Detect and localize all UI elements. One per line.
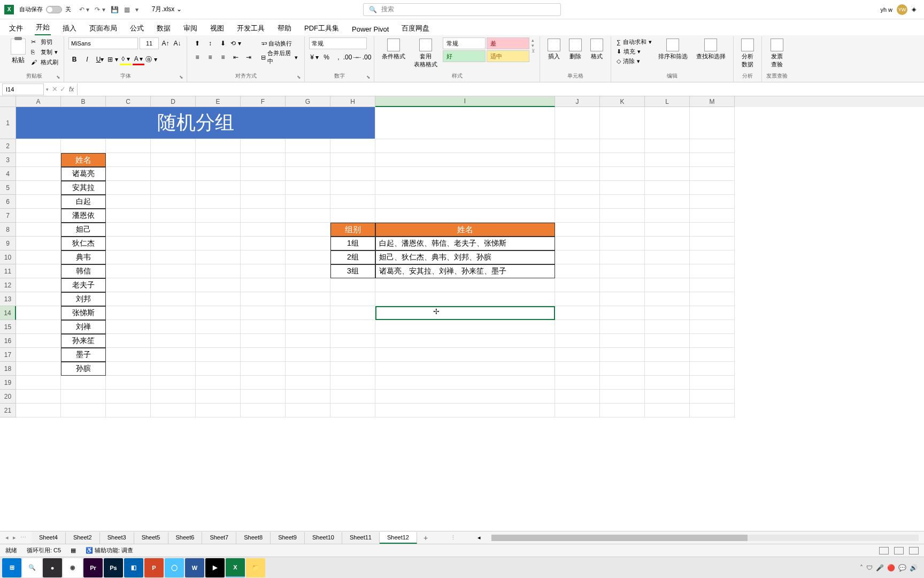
cell-A19[interactable]: [16, 376, 61, 390]
cell-C15[interactable]: [106, 320, 151, 334]
cell-M17[interactable]: [690, 348, 735, 362]
sheet-nav-first[interactable]: ◂: [5, 534, 9, 541]
find-select-button[interactable]: 查找和选择: [693, 37, 729, 62]
cell-H13[interactable]: [330, 292, 375, 306]
cell-F19[interactable]: [241, 376, 286, 390]
autosum-button[interactable]: ∑ 自动求和 ▾: [615, 37, 653, 47]
font-name-select[interactable]: [68, 37, 138, 49]
redo-button[interactable]: ↷ ▾: [95, 6, 105, 13]
cut-button[interactable]: ✂剪切: [30, 37, 59, 47]
cell-F2[interactable]: [241, 139, 286, 153]
taskbar-obs[interactable]: ●: [43, 558, 62, 577]
taskbar-powerpoint[interactable]: P: [144, 558, 164, 577]
taskbar-start[interactable]: ⊞: [2, 558, 21, 577]
cell-F14[interactable]: [241, 306, 286, 320]
cell-E7[interactable]: [196, 209, 241, 223]
cell-E5[interactable]: [196, 181, 241, 195]
cell-A20[interactable]: [16, 390, 61, 404]
cell-D21[interactable]: [151, 404, 196, 417]
style-neutral[interactable]: 适中: [487, 50, 529, 62]
cell-M6[interactable]: [690, 195, 735, 209]
cell-A7[interactable]: [16, 209, 61, 223]
cell-D15[interactable]: [151, 320, 196, 334]
cell-E2[interactable]: [196, 139, 241, 153]
cell-I12[interactable]: [375, 278, 555, 292]
cell-K9[interactable]: [600, 237, 645, 250]
cell-L14[interactable]: [645, 306, 690, 320]
cell-J5[interactable]: [555, 181, 600, 195]
cell-M4[interactable]: [690, 167, 735, 181]
style-scroll-down[interactable]: ▾: [532, 43, 535, 48]
tab-开始[interactable]: 开始: [35, 20, 51, 35]
taskbar-browser[interactable]: ◯: [165, 558, 184, 577]
cell-E3[interactable]: [196, 153, 241, 167]
cell-I20[interactable]: [375, 390, 555, 404]
cell-H17[interactable]: [330, 348, 375, 362]
style-normal[interactable]: 常规: [443, 37, 486, 49]
cell-D14[interactable]: [151, 306, 196, 320]
row-header-18[interactable]: 18: [0, 362, 16, 376]
cell-E14[interactable]: [196, 306, 241, 320]
cell-A11[interactable]: [16, 264, 61, 278]
underline-button[interactable]: U ▾: [94, 54, 106, 65]
cell-D18[interactable]: [151, 362, 196, 376]
sheet-tab-Sheet12[interactable]: Sheet12: [380, 532, 417, 544]
cell-B18[interactable]: 孙膑: [61, 362, 106, 376]
cell-J21[interactable]: [555, 404, 600, 417]
cell-A13[interactable]: [16, 292, 61, 306]
fill-button[interactable]: ⬇ 填充 ▾: [615, 47, 653, 56]
cell-J15[interactable]: [555, 320, 600, 334]
decrease-indent-button[interactable]: ⇤: [230, 51, 242, 63]
cell-L6[interactable]: [645, 195, 690, 209]
cell-D12[interactable]: [151, 278, 196, 292]
align-bottom-button[interactable]: ⬇: [217, 37, 229, 49]
cell-I3[interactable]: [375, 153, 555, 167]
cell-B3[interactable]: 姓名: [61, 153, 106, 167]
bold-button[interactable]: B: [68, 54, 80, 65]
tab-页面布局[interactable]: 页面布局: [88, 21, 118, 35]
cell-F17[interactable]: [241, 348, 286, 362]
row-header-14[interactable]: 14: [0, 306, 16, 320]
column-header-B[interactable]: B: [61, 96, 106, 107]
row-header-12[interactable]: 12: [0, 278, 16, 292]
cell-D20[interactable]: [151, 390, 196, 404]
cell-K8[interactable]: [600, 223, 645, 237]
view-pagebreak-button[interactable]: [909, 547, 919, 554]
cell-E8[interactable]: [196, 223, 241, 237]
currency-button[interactable]: ¥ ▾: [309, 51, 320, 63]
cell-H19[interactable]: [330, 376, 375, 390]
row-header-8[interactable]: 8: [0, 223, 16, 237]
align-center-button[interactable]: ≡: [204, 51, 216, 63]
cell-I9[interactable]: 白起、潘恩依、韩信、老夫子、张悌斯: [375, 237, 555, 250]
cell-M20[interactable]: [690, 390, 735, 404]
align-right-button[interactable]: ≡: [217, 51, 229, 63]
formula-cancel[interactable]: ✕: [52, 85, 58, 93]
undo-button[interactable]: ↶ ▾: [79, 6, 89, 13]
horizontal-scrollbar[interactable]: ◂: [472, 534, 924, 541]
taskbar-word[interactable]: W: [185, 558, 204, 577]
cell-I18[interactable]: [375, 362, 555, 376]
cell-L11[interactable]: [645, 264, 690, 278]
cell-F11[interactable]: [241, 264, 286, 278]
cell-L17[interactable]: [645, 348, 690, 362]
cell-L21[interactable]: [645, 404, 690, 417]
cell-M9[interactable]: [690, 237, 735, 250]
increase-font-button[interactable]: A↑: [160, 37, 171, 49]
cell-K11[interactable]: [600, 264, 645, 278]
cell-C16[interactable]: [106, 334, 151, 348]
cell-K2[interactable]: [600, 139, 645, 153]
formula-confirm[interactable]: ✓: [60, 85, 66, 93]
column-header-G[interactable]: G: [286, 96, 330, 107]
cell-B5[interactable]: 安其拉: [61, 181, 106, 195]
column-header-M[interactable]: M: [690, 96, 735, 107]
cell-F13[interactable]: [241, 292, 286, 306]
cell-I17[interactable]: [375, 348, 555, 362]
cell-I7[interactable]: [375, 209, 555, 223]
cell-G12[interactable]: [286, 278, 330, 292]
comma-button[interactable]: ,: [333, 51, 344, 63]
system-tray[interactable]: ˄ 🛡 🎤 🔴 💬 🔊: [860, 564, 922, 572]
cell-J11[interactable]: [555, 264, 600, 278]
cell-F18[interactable]: [241, 362, 286, 376]
cell-A15[interactable]: [16, 320, 61, 334]
tray-chevron[interactable]: ˄: [860, 564, 863, 572]
